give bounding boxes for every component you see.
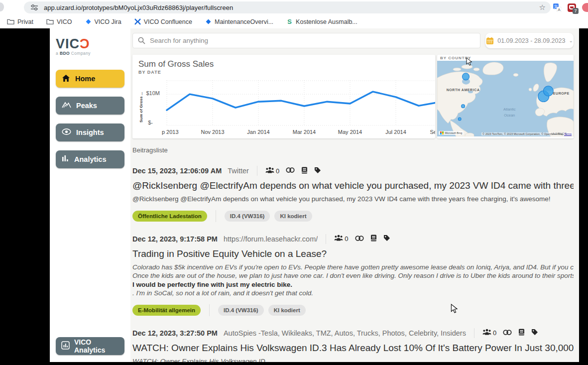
address-bar[interactable]: app.uizard.io/prototypes/bM0yoLjx03uRdz6… xyxy=(24,1,551,13)
post-title[interactable]: @RickIsenberg @ElectrifyAm depends on wh… xyxy=(132,180,574,191)
sidebar-item-analytics[interactable]: Analytics xyxy=(56,150,124,168)
analytics-panel-icon xyxy=(61,341,70,351)
divider xyxy=(209,304,210,316)
post-title[interactable]: Trading in Positive Equity Vehicle on a … xyxy=(132,248,574,259)
map-label: BY COUNTRY xyxy=(437,55,574,61)
users-count[interactable]: 0 xyxy=(265,167,279,175)
tag-pill[interactable]: E-Mobilität allgemein xyxy=(132,305,201,316)
tag-pill[interactable]: ID.4 (VW316) xyxy=(218,305,264,316)
bookmark-item[interactable]: VICO Confluence xyxy=(134,18,192,25)
map-label-text: Atlantic xyxy=(503,107,516,112)
link-button[interactable] xyxy=(355,235,364,243)
chevron-down-icon: ⌄ xyxy=(569,38,573,43)
chart-title: Sum of Gross Sales xyxy=(138,59,435,69)
post-source[interactable]: AutoSpies -Tesla, Wikileaks, TMZ, Autos,… xyxy=(224,329,466,337)
sidebar-item-home[interactable]: Home xyxy=(56,70,124,88)
users-icon xyxy=(334,235,343,243)
bing-logo[interactable]: Microsoft Bing xyxy=(439,131,464,135)
x-axis-labels: Sep 2013Nov 2013Jan 2014Mar 2014May 2014… xyxy=(162,128,435,136)
sidebar-item-insights[interactable]: Insights xyxy=(56,123,124,141)
profile-avatar[interactable] xyxy=(582,3,588,12)
book-button[interactable] xyxy=(370,235,377,243)
footer-item-label: VICO Analytics xyxy=(74,338,119,354)
post-datetime: Dec 12, 2023, 3:27:50 PM xyxy=(132,329,218,337)
map-marker-germany[interactable] xyxy=(543,86,553,96)
main-content: 01.09.2023 - 28.09.2023 ⌄ Sum of Gross S… xyxy=(130,28,579,362)
tag-icon xyxy=(314,167,321,175)
sidebar-item-peaks[interactable]: Peaks xyxy=(56,97,124,115)
folder-icon xyxy=(46,18,54,25)
link-button[interactable] xyxy=(503,329,512,337)
bookmark-item[interactable]: SKostenlose Ausmalb... xyxy=(286,18,357,25)
post-body-line: Once the kids are out of the house, we p… xyxy=(132,271,574,280)
users-count[interactable]: 0 xyxy=(482,329,496,337)
site-settings-icon[interactable] xyxy=(31,4,38,10)
extension-badge: 7 xyxy=(573,8,579,14)
bing-map[interactable]: NORTH AMERICAEUROPEAFRICAAtlanticOcean M… xyxy=(437,61,574,136)
browser-toolbar: app.uizard.io/prototypes/bM0yoLjx03uRdz6… xyxy=(0,0,588,15)
post-item: Dec 12, 2023, 9:17:58 PMhttps://forum.le… xyxy=(132,234,574,316)
date-range-picker[interactable]: 01.09.2023 - 28.09.2023 ⌄ xyxy=(485,33,574,48)
peaks-icon xyxy=(62,101,71,110)
search-input[interactable] xyxy=(150,37,475,44)
x-tick-label: Mar 2014 xyxy=(293,129,316,135)
svg-text:A: A xyxy=(558,7,561,12)
post-meta: Dec 12, 2023, 3:27:50 PMAutoSpies -Tesla… xyxy=(132,328,574,338)
y-axis-label: Sum of Gross ... xyxy=(139,92,143,122)
gross-sales-chart-card: Sum of Gross Sales BY DATE Sum of Gross … xyxy=(132,55,435,138)
topbar: 01.09.2023 - 28.09.2023 ⌄ xyxy=(132,33,574,48)
y-axis-ticks: $10M $- xyxy=(145,79,162,136)
post-source[interactable]: https://forum.leasehackr.com/ xyxy=(224,235,318,243)
link-icon xyxy=(503,329,512,337)
bookmark-item[interactable]: MaintenanceOvervi... xyxy=(205,18,273,25)
sidebar-item-label: Analytics xyxy=(74,155,106,163)
x-tick-label: May 2014 xyxy=(338,129,362,135)
x-tick-label: Sep 2013 xyxy=(162,129,179,135)
bookmark-item[interactable]: VICO Jira xyxy=(85,18,121,25)
sidebar-item-vico-analytics[interactable]: VICO Analytics xyxy=(56,337,124,355)
book-icon xyxy=(301,167,308,175)
tag-button[interactable] xyxy=(531,329,538,337)
sidebar-nav: HomePeaksInsightsAnalytics xyxy=(56,70,124,177)
translate-icon[interactable]: 文 A xyxy=(553,3,562,12)
post-datetime: Dec 15, 2023, 12:06:09 AM xyxy=(132,167,222,175)
extension-icon[interactable]: 7 xyxy=(568,3,576,12)
diamond-icon xyxy=(205,18,212,25)
bookmark-star-icon[interactable]: ☆ xyxy=(539,3,546,12)
map-marker-mexico[interactable] xyxy=(458,118,461,121)
bookmark-item[interactable]: Privat xyxy=(7,18,33,25)
book-button[interactable] xyxy=(518,329,525,337)
tag-button[interactable] xyxy=(314,167,321,175)
url-text[interactable]: app.uizard.io/prototypes/bM0yoLjx03uRdz6… xyxy=(44,4,535,11)
users-count[interactable]: 0 xyxy=(334,235,348,243)
post-body-line: WATCH: Owner Explains His Volkswagen ID. xyxy=(132,357,574,363)
map-marker-canada[interactable] xyxy=(463,73,470,80)
tag-pill[interactable]: KI kodiert xyxy=(268,305,306,316)
search-bar[interactable] xyxy=(132,33,480,48)
home-icon xyxy=(62,74,70,84)
cropped-icon-fragment xyxy=(0,2,4,11)
tag-pill[interactable]: KI kodiert xyxy=(274,211,312,222)
post-body: Colorado has $5k incentive on EVs if you… xyxy=(132,263,574,298)
app-canvas: VICƆ a BDO Company HomePeaksInsightsAnal… xyxy=(50,28,579,362)
svg-text:S: S xyxy=(287,18,292,25)
bookmark-label: MaintenanceOvervi... xyxy=(215,18,273,25)
tag-icon xyxy=(531,329,538,337)
tag-button[interactable] xyxy=(383,235,390,243)
chart-subtitle: BY DATE xyxy=(138,70,435,75)
bar-chart-icon xyxy=(62,155,69,164)
book-button[interactable] xyxy=(301,167,308,175)
bookmark-item[interactable]: VICO xyxy=(46,18,72,25)
map-marker-usa[interactable] xyxy=(462,105,465,108)
post-title[interactable]: WATCH: Owner Explains His Volkswagen ID.… xyxy=(132,343,574,354)
line-chart-plot[interactable]: Sep 2013Nov 2013Jan 2014Mar 2014May 2014… xyxy=(162,79,435,136)
posts-list: Dec 15, 2023, 12:06:09 AMTwitter0@RickIs… xyxy=(132,166,574,362)
link-button[interactable] xyxy=(286,167,295,175)
link-icon xyxy=(355,235,364,243)
bookmark-label: VICO Jira xyxy=(95,18,121,25)
post-body-line: Colorado has $5k incentive on EVs if you… xyxy=(132,263,574,272)
tag-pill[interactable]: Öffentliche Ladestation xyxy=(132,211,207,222)
post-source[interactable]: Twitter xyxy=(228,167,249,175)
tag-pill[interactable]: ID.4 (VW316) xyxy=(225,211,270,222)
map-terms-link[interactable]: Terms xyxy=(564,132,572,135)
